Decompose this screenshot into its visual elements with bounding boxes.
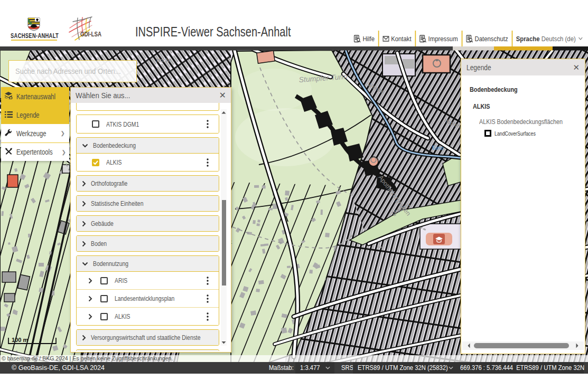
svg-text:100 m: 100 m	[12, 337, 28, 343]
svg-text:Eine: Eine	[432, 145, 444, 151]
svg-text:Hohlw.: Hohlw.	[156, 58, 172, 63]
